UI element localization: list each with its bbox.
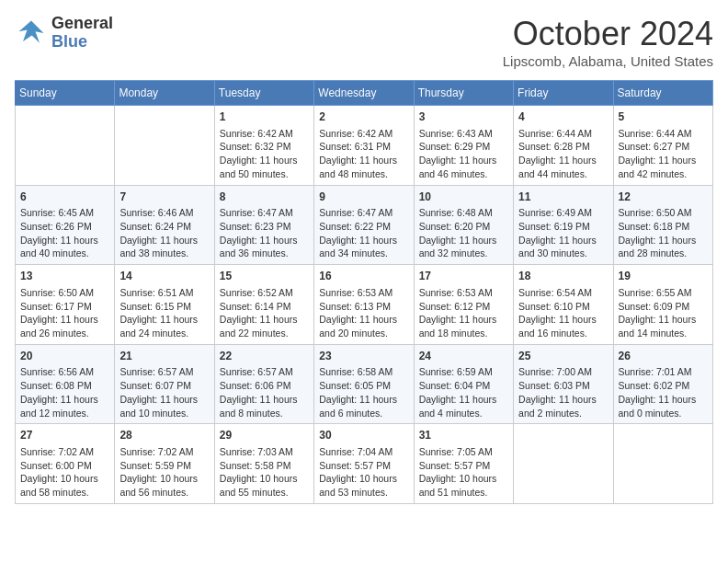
cell-content: Sunset: 6:23 PM [220,220,309,234]
day-number: 22 [220,349,309,364]
day-number: 12 [619,190,708,205]
day-number: 24 [419,349,508,364]
calendar-cell [514,424,613,504]
logo-text: General Blue [51,15,113,52]
page-header: General Blue October 2024 Lipscomb, Alab… [15,15,713,69]
cell-content: Sunrise: 6:42 AM [319,127,408,141]
cell-content: Daylight: 11 hours and 2 minutes. [518,393,608,419]
calendar-cell: 13Sunrise: 6:50 AMSunset: 6:17 PMDayligh… [16,265,115,345]
day-number: 11 [518,190,608,205]
calendar-cell: 4Sunrise: 6:44 AMSunset: 6:28 PMDaylight… [514,106,613,186]
cell-content: Sunrise: 6:45 AM [20,206,109,220]
calendar-cell: 20Sunrise: 6:56 AMSunset: 6:08 PMDayligh… [16,344,115,424]
cell-content: Sunset: 6:00 PM [20,459,109,473]
cell-content: Sunrise: 6:50 AM [20,286,109,300]
title-area: October 2024 Lipscomb, Alabama, United S… [503,15,713,69]
calendar-cell: 31Sunrise: 7:05 AMSunset: 5:57 PMDayligh… [414,424,513,504]
cell-content: Sunset: 6:15 PM [119,300,209,314]
day-header-friday: Friday [514,81,613,106]
day-number: 16 [319,269,408,284]
cell-content: Daylight: 11 hours and 34 minutes. [319,234,408,260]
calendar-cell: 19Sunrise: 6:55 AMSunset: 6:09 PMDayligh… [613,265,712,345]
day-number: 2 [319,109,408,125]
calendar-cell: 12Sunrise: 6:50 AMSunset: 6:18 PMDayligh… [613,185,712,265]
cell-content: Sunrise: 6:51 AM [119,286,209,300]
cell-content: Sunrise: 6:44 AM [518,127,608,141]
cell-content: Sunrise: 6:43 AM [419,127,508,141]
cell-content: Sunrise: 6:47 AM [319,206,408,220]
cell-content: Sunrise: 6:48 AM [419,206,508,220]
day-number: 6 [20,190,109,205]
cell-content: Sunrise: 7:02 AM [119,445,209,459]
day-number: 28 [119,428,209,443]
cell-content: Sunrise: 6:52 AM [220,286,309,300]
calendar-cell: 26Sunrise: 7:01 AMSunset: 6:02 PMDayligh… [613,344,712,424]
cell-content: Sunrise: 6:55 AM [619,286,708,300]
cell-content: Sunrise: 6:54 AM [518,286,608,300]
calendar-cell: 5Sunrise: 6:44 AMSunset: 6:27 PMDaylight… [613,106,712,186]
cell-content: Sunrise: 6:58 AM [319,365,408,379]
day-header-saturday: Saturday [613,81,712,106]
cell-content: Sunset: 6:27 PM [619,140,708,154]
calendar-cell: 23Sunrise: 6:58 AMSunset: 6:05 PMDayligh… [314,344,414,424]
cell-content: Daylight: 11 hours and 18 minutes. [419,313,508,339]
day-number: 3 [419,109,508,125]
cell-content: Daylight: 10 hours and 56 minutes. [119,472,209,499]
cell-content: Sunset: 6:04 PM [419,379,508,393]
day-number: 21 [119,349,209,364]
cell-content: Sunset: 6:24 PM [119,220,209,234]
location: Lipscomb, Alabama, United States [503,53,713,69]
cell-content: Sunset: 6:26 PM [20,220,109,234]
cell-content: Daylight: 11 hours and 48 minutes. [319,154,408,180]
cell-content: Daylight: 11 hours and 20 minutes. [319,313,408,339]
cell-content: Sunset: 6:32 PM [220,140,309,154]
calendar-cell: 8Sunrise: 6:47 AMSunset: 6:23 PMDaylight… [214,185,313,265]
logo-icon [15,17,48,50]
cell-content: Daylight: 11 hours and 26 minutes. [20,313,109,339]
cell-content: Daylight: 11 hours and 42 minutes. [619,154,708,180]
cell-content: Daylight: 11 hours and 10 minutes. [119,393,209,419]
cell-content: Sunset: 6:02 PM [619,379,708,393]
day-number: 20 [20,349,109,364]
calendar-cell: 17Sunrise: 6:53 AMSunset: 6:12 PMDayligh… [414,265,513,345]
week-row-2: 6Sunrise: 6:45 AMSunset: 6:26 PMDaylight… [16,185,713,265]
calendar-table: SundayMondayTuesdayWednesdayThursdayFrid… [15,80,713,504]
cell-content: Sunrise: 6:46 AM [119,206,209,220]
day-number: 9 [319,190,408,205]
cell-content: Sunset: 5:57 PM [419,459,508,473]
cell-content: Sunset: 5:59 PM [119,459,209,473]
cell-content: Sunset: 6:20 PM [419,220,508,234]
cell-content: Sunrise: 6:47 AM [220,206,309,220]
cell-content: Daylight: 11 hours and 8 minutes. [220,393,309,419]
day-number: 25 [518,349,608,364]
day-number: 26 [619,349,708,364]
day-number: 1 [220,109,309,125]
cell-content: Sunset: 5:57 PM [319,459,408,473]
svg-marker-0 [19,20,44,42]
cell-content: Daylight: 11 hours and 24 minutes. [119,313,209,339]
cell-content: Daylight: 11 hours and 16 minutes. [518,313,608,339]
week-row-3: 13Sunrise: 6:50 AMSunset: 6:17 PMDayligh… [16,265,713,345]
calendar-cell: 30Sunrise: 7:04 AMSunset: 5:57 PMDayligh… [314,424,414,504]
day-number: 7 [119,190,209,205]
day-header-monday: Monday [115,81,214,106]
cell-content: Sunrise: 6:59 AM [419,365,508,379]
cell-content: Sunset: 6:10 PM [518,300,608,314]
day-number: 4 [518,109,608,125]
calendar-cell: 25Sunrise: 7:00 AMSunset: 6:03 PMDayligh… [514,344,613,424]
cell-content: Sunrise: 6:49 AM [518,206,608,220]
calendar-cell: 3Sunrise: 6:43 AMSunset: 6:29 PMDaylight… [414,106,513,186]
cell-content: Sunrise: 6:44 AM [619,127,708,141]
day-number: 27 [20,428,109,443]
calendar-cell: 10Sunrise: 6:48 AMSunset: 6:20 PMDayligh… [414,185,513,265]
calendar-cell: 2Sunrise: 6:42 AMSunset: 6:31 PMDaylight… [314,106,414,186]
cell-content: Daylight: 11 hours and 28 minutes. [619,234,708,260]
calendar-cell: 22Sunrise: 6:57 AMSunset: 6:06 PMDayligh… [214,344,313,424]
cell-content: Daylight: 10 hours and 51 minutes. [419,472,508,499]
cell-content: Sunrise: 6:57 AM [220,365,309,379]
calendar-cell: 7Sunrise: 6:46 AMSunset: 6:24 PMDaylight… [115,185,214,265]
cell-content: Sunset: 6:14 PM [220,300,309,314]
cell-content: Sunrise: 7:01 AM [619,365,708,379]
cell-content: Daylight: 10 hours and 58 minutes. [20,472,109,499]
day-number: 18 [518,269,608,284]
